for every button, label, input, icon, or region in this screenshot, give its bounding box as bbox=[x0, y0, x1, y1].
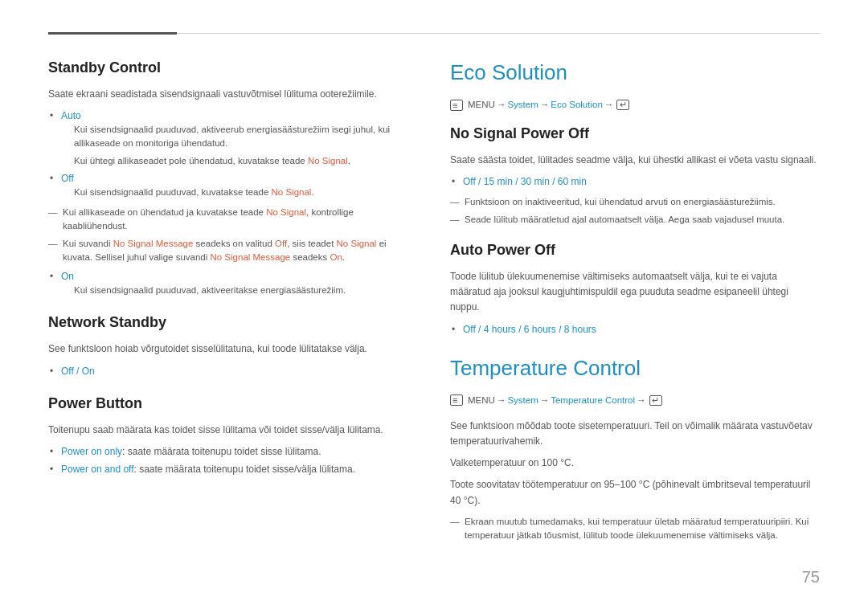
eco-arrow1: → bbox=[497, 98, 506, 112]
temp-arrow1: → bbox=[497, 394, 506, 407]
network-desc: See funktsloon hoiab võrgutoidet sisselü… bbox=[48, 341, 402, 357]
standby-section: Standby Control Saate ekraani seadistada… bbox=[48, 57, 402, 297]
off-desc: Kui sisendsignaalid puuduvad, kuvatakse … bbox=[74, 186, 402, 199]
page-number: 75 bbox=[802, 565, 820, 589]
dash-item-2: Kui suvandi No Signal Message seadeks on… bbox=[48, 237, 402, 265]
eco-arrow2: → bbox=[540, 98, 550, 112]
no-signal-dash-list: Funktsioon on inaktiveeritud, kui ühenda… bbox=[450, 195, 820, 227]
nsm-ref2: No Signal Message bbox=[210, 252, 290, 262]
auto-power-desc: Toode lülitub ülekuumenemise vältimiseks… bbox=[450, 269, 820, 316]
power-item-on-off: Power on and off: saate määrata toitenup… bbox=[48, 462, 402, 476]
network-option-label: Off / On bbox=[61, 366, 95, 377]
off-label: Off bbox=[61, 173, 74, 184]
temperature-title: Temperature Control bbox=[450, 353, 820, 384]
menu-icon bbox=[450, 100, 463, 111]
top-divider bbox=[48, 32, 820, 35]
standby-dash-list: Kui allikaseade on ühendatud ja kuvataks… bbox=[48, 206, 402, 264]
network-title: Network Standby bbox=[48, 312, 402, 333]
network-option: Off / On bbox=[48, 364, 402, 378]
auto-power-bullet-list: Off / 4 hours / 6 hours / 8 hours bbox=[450, 322, 820, 337]
no-signal-ref2: No Signal bbox=[272, 187, 312, 197]
dash-item-1: Kui allikaseade on ühendatud ja kuvataks… bbox=[48, 206, 402, 234]
on-desc: Kui sisendsignaalid puuduvad, aktiveerit… bbox=[74, 284, 402, 297]
eco-section: Eco Solution MENU → System → Eco Solutio… bbox=[450, 57, 820, 337]
divider-left bbox=[48, 32, 177, 35]
on-ref1: On bbox=[330, 252, 342, 262]
no-signal-ref4: No Signal bbox=[337, 239, 377, 248]
temp-arrow3: → bbox=[637, 394, 646, 407]
eco-arrow3: → bbox=[604, 98, 614, 112]
no-signal-dash2: Seade lülitub määratletud ajal automaats… bbox=[450, 213, 820, 227]
power-desc: Toitenupu saab määrata kas toidet sisse … bbox=[48, 423, 402, 438]
enter-icon-eco: ↵ bbox=[616, 100, 629, 110]
no-signal-option-label: Off / 15 min / 30 min / 60 min bbox=[463, 176, 587, 187]
no-signal-section: No Signal Power Off Saate säästa toidet,… bbox=[450, 123, 820, 227]
auto-desc1: Kui sisendsignaalid puuduvad, aktiveerub… bbox=[74, 123, 402, 151]
eco-menu-eco: Eco Solution bbox=[551, 98, 603, 112]
power-bullet-list: Power on only: saate määrata toitenupu t… bbox=[48, 444, 402, 476]
temp-menu-path: MENU → System → Temperature Control → ↵ bbox=[450, 394, 820, 407]
no-signal-option: Off / 15 min / 30 min / 60 min bbox=[450, 174, 820, 189]
temp-menu-temp: Temperature Control bbox=[551, 394, 635, 407]
standby-item-on: On Kui sisendsignaalid puuduvad, aktivee… bbox=[48, 269, 402, 297]
network-section: Network Standby See funktsloon hoiab võr… bbox=[48, 312, 402, 378]
off-ref1: Off bbox=[275, 239, 287, 248]
temp-desc1: See funktsioon mõõdab toote sisetemperat… bbox=[450, 419, 820, 449]
on-label: On bbox=[61, 271, 74, 282]
power-only-label: Power on only bbox=[61, 446, 122, 457]
power-section: Power Button Toitenupu saab määrata kas … bbox=[48, 393, 402, 476]
eco-menu-path: MENU → System → Eco Solution → ↵ bbox=[450, 98, 820, 112]
temperature-section: Temperature Control MENU → System → Temp… bbox=[450, 353, 820, 543]
page-container: Standby Control Saate ekraani seadistada… bbox=[0, 0, 868, 613]
auto-power-section: Auto Power Off Toode lülitub ülekuumenem… bbox=[450, 239, 820, 337]
enter-icon-temp: ↵ bbox=[649, 395, 662, 406]
power-title: Power Button bbox=[48, 393, 402, 415]
temp-menu-prefix: MENU bbox=[468, 394, 495, 407]
content-columns: Standby Control Saate ekraani seadistada… bbox=[48, 57, 820, 581]
standby-title: Standby Control bbox=[48, 57, 402, 79]
standby-bullet-list: Auto Kui sisendsignaalid puuduvad, aktiv… bbox=[48, 108, 402, 199]
temp-menu-system: System bbox=[507, 394, 538, 407]
no-signal-bullet-list: Off / 15 min / 30 min / 60 min bbox=[450, 174, 820, 189]
no-signal-ref3: No Signal bbox=[266, 207, 306, 217]
standby-on-list: On Kui sisendsignaalid puuduvad, aktivee… bbox=[48, 269, 402, 297]
right-column: Eco Solution MENU → System → Eco Solutio… bbox=[450, 57, 820, 581]
divider-right bbox=[177, 33, 820, 34]
eco-menu-system: System bbox=[507, 98, 538, 112]
auto-power-option-label: Off / 4 hours / 6 hours / 8 hours bbox=[463, 324, 596, 335]
temp-arrow2: → bbox=[540, 394, 550, 407]
temp-desc2: Valketemperatuur on 100 °C. bbox=[450, 456, 820, 471]
temp-dash1: Ekraan muutub tumedamaks, kui temperatuu… bbox=[450, 515, 820, 543]
auto-label: Auto bbox=[61, 110, 81, 121]
power-on-off-desc: : saate määrata toitenupu toidet sisse/v… bbox=[134, 464, 355, 475]
power-item-only: Power on only: saate määrata toitenupu t… bbox=[48, 444, 402, 459]
standby-item-auto: Auto Kui sisendsignaalid puuduvad, aktiv… bbox=[48, 108, 402, 168]
no-signal-title: No Signal Power Off bbox=[450, 123, 820, 145]
left-column: Standby Control Saate ekraani seadistada… bbox=[48, 57, 402, 581]
menu-icon-temp bbox=[450, 394, 463, 406]
power-only-desc: : saate määrata toitenupu toidet sisse l… bbox=[122, 446, 321, 457]
auto-power-title: Auto Power Off bbox=[450, 239, 820, 261]
power-on-off-label: Power on and off bbox=[61, 464, 134, 475]
auto-power-option: Off / 4 hours / 6 hours / 8 hours bbox=[450, 322, 820, 337]
eco-menu-prefix: MENU bbox=[468, 98, 495, 112]
nsm-ref1: No Signal Message bbox=[113, 239, 194, 248]
auto-desc2: Kui ühtegi allikaseadet pole ühendatud, … bbox=[74, 154, 402, 168]
temp-desc3: Toote soovitatav töötemperatuur on 95–10… bbox=[450, 477, 820, 508]
no-signal-dash1: Funktsioon on inaktiveeritud, kui ühenda… bbox=[450, 195, 820, 209]
standby-intro: Saate ekraani seadistada sisendsignaali … bbox=[48, 87, 402, 102]
no-signal-ref1: No Signal bbox=[308, 156, 348, 166]
no-signal-desc: Saate säästa toidet, lülitades seadme vä… bbox=[450, 153, 820, 168]
network-bullet-list: Off / On bbox=[48, 364, 402, 378]
temp-dash-list: Ekraan muutub tumedamaks, kui temperatuu… bbox=[450, 515, 820, 543]
standby-item-off: Off Kui sisendsignaalid puuduvad, kuvata… bbox=[48, 171, 402, 199]
eco-title: Eco Solution bbox=[450, 57, 820, 88]
